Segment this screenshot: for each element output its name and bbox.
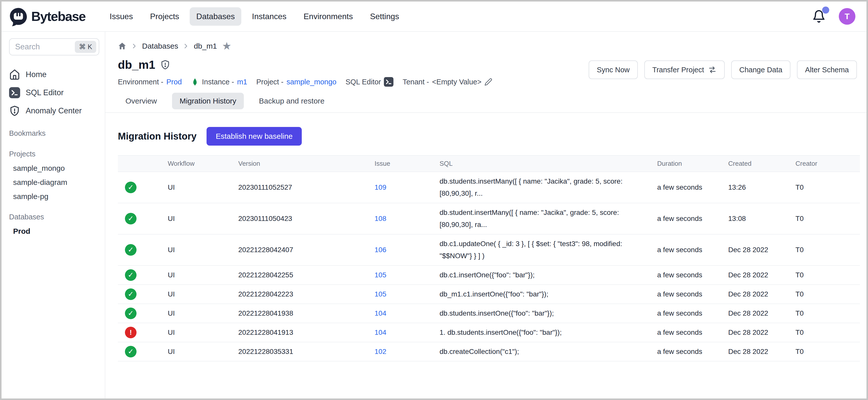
sync-now-button[interactable]: Sync Now xyxy=(589,60,638,79)
issue-link[interactable]: 105 xyxy=(375,271,386,279)
row-sql: db.students.insertMany([ { name: "Jacika… xyxy=(439,172,657,203)
issue-link[interactable]: 106 xyxy=(375,246,386,254)
success-check-icon: ✓ xyxy=(125,308,136,319)
nav-item-environments[interactable]: Environments xyxy=(297,7,360,26)
nav-item-projects[interactable]: Projects xyxy=(144,7,186,26)
tab-divider xyxy=(105,112,867,113)
sidebar-project-sample-mongo[interactable]: sample_mongo xyxy=(9,161,99,175)
row-status-cell: ✓ xyxy=(118,266,168,285)
sidebar-section-projects: Projects xyxy=(9,147,99,161)
breadcrumb-current: db_m1 xyxy=(194,42,217,50)
column-status xyxy=(118,155,168,172)
row-workflow: UI xyxy=(168,172,238,203)
migration-history-heading: Migration History xyxy=(118,131,196,142)
sidebar-project-sample-diagram[interactable]: sample-diagram xyxy=(9,175,99,189)
sidebar-item-sql-editor[interactable]: SQL Editor xyxy=(9,84,99,102)
establish-baseline-button[interactable]: Establish new baseline xyxy=(207,127,302,146)
main-content: Databases db_m1 ★ db_m1 xyxy=(105,32,867,399)
notification-bell-button[interactable] xyxy=(812,9,826,23)
row-duration: a few seconds xyxy=(657,203,728,234)
row-duration: a few seconds xyxy=(657,304,728,323)
migration-table: Workflow Version Issue SQL Duration Crea… xyxy=(118,155,857,362)
row-version: 20221228042223 xyxy=(238,285,375,304)
search-input[interactable]: Search ⌘ K xyxy=(9,38,99,55)
row-sql: db.createCollection("c1"); xyxy=(439,342,657,361)
breadcrumb-databases[interactable]: Databases xyxy=(142,42,178,50)
row-version: 20221228041913 xyxy=(238,323,375,342)
row-created: Dec 28 2022 xyxy=(728,342,796,361)
transfer-project-label: Transfer Project xyxy=(652,66,704,74)
row-workflow: UI xyxy=(168,203,238,234)
row-issue-cell: 108 xyxy=(375,203,439,234)
alter-schema-button[interactable]: Alter Schema xyxy=(797,60,857,79)
issue-link[interactable]: 104 xyxy=(375,329,386,336)
sidebar-item-anomaly-center[interactable]: Anomaly Center xyxy=(9,102,99,120)
row-version: 20221228042407 xyxy=(238,234,375,266)
tab-migration-history[interactable]: Migration History xyxy=(172,93,244,109)
nav-item-settings[interactable]: Settings xyxy=(364,7,406,26)
sidebar-item-home[interactable]: Home xyxy=(9,65,99,84)
meta-sql-editor[interactable]: SQL Editor xyxy=(346,77,394,87)
row-status-cell: ✓ xyxy=(118,203,168,234)
row-status-cell: ✓ xyxy=(118,172,168,203)
top-navigation-bar: Bytebase Issues Projects Databases Insta… xyxy=(1,1,867,32)
table-row: ✓UI20221228042255105db.c1.insertOne({"fo… xyxy=(118,266,860,285)
issue-link[interactable]: 105 xyxy=(375,290,386,298)
terminal-icon xyxy=(384,77,394,87)
issue-link[interactable]: 108 xyxy=(375,215,386,222)
table-header-row: Workflow Version Issue SQL Duration Crea… xyxy=(118,155,860,172)
main-nav: Issues Projects Databases Instances Envi… xyxy=(103,7,406,26)
table-row: ✓UI20221228042407106db.c1.updateOne( { _… xyxy=(118,234,860,266)
column-created: Created xyxy=(728,155,796,172)
meta-environment: Environment - Prod xyxy=(118,78,182,86)
tab-backup-and-restore[interactable]: Backup and restore xyxy=(251,93,332,109)
project-link[interactable]: sample_mongo xyxy=(286,78,336,86)
column-workflow: Workflow xyxy=(168,155,238,172)
row-sql: db.c1.updateOne( { _id: 3 }, [ { $set: {… xyxy=(439,234,657,266)
nav-item-databases[interactable]: Databases xyxy=(190,7,241,26)
row-creator: T0 xyxy=(796,266,860,285)
bytebase-logo[interactable]: Bytebase xyxy=(8,6,85,26)
bookmark-star-icon[interactable]: ★ xyxy=(222,41,231,51)
sidebar-menu: Home SQL Editor Anomaly Center xyxy=(9,65,99,120)
issue-link[interactable]: 109 xyxy=(375,183,386,191)
terminal-icon xyxy=(9,87,20,98)
edit-pencil-icon[interactable] xyxy=(485,78,492,86)
home-icon[interactable] xyxy=(118,42,126,50)
instance-link[interactable]: m1 xyxy=(237,78,247,86)
shield-alert-icon xyxy=(160,60,170,70)
sidebar-project-sample-pg[interactable]: sample-pg xyxy=(9,189,99,204)
transfer-project-button[interactable]: Transfer Project xyxy=(644,60,725,79)
tab-overview[interactable]: Overview xyxy=(118,93,164,109)
home-icon xyxy=(9,69,20,80)
breadcrumb: Databases db_m1 ★ xyxy=(118,41,857,51)
issue-link[interactable]: 102 xyxy=(375,348,386,356)
environment-link[interactable]: Prod xyxy=(166,78,182,86)
row-created: 13:08 xyxy=(728,203,796,234)
nav-item-issues[interactable]: Issues xyxy=(103,7,139,26)
issue-link[interactable]: 104 xyxy=(375,309,386,317)
row-created: Dec 28 2022 xyxy=(728,285,796,304)
row-version: 20221228035331 xyxy=(238,342,375,361)
row-creator: T0 xyxy=(796,342,860,361)
sidebar-database-prod[interactable]: Prod xyxy=(9,224,99,238)
user-avatar[interactable]: T xyxy=(839,8,856,25)
environment-label: Environment - xyxy=(118,78,163,86)
row-workflow: UI xyxy=(168,234,238,266)
row-workflow: UI xyxy=(168,342,238,361)
table-row: ✓UI20221228035331102db.createCollection(… xyxy=(118,342,860,361)
change-data-button[interactable]: Change Data xyxy=(731,60,790,79)
row-status-cell: ✓ xyxy=(118,285,168,304)
sidebar-item-label: Anomaly Center xyxy=(26,106,82,115)
tenant-label: Tenant - xyxy=(403,78,429,86)
column-creator: Creator xyxy=(796,155,860,172)
nav-item-instances[interactable]: Instances xyxy=(245,7,293,26)
migration-history-section: Migration History Establish new baseline… xyxy=(118,127,857,362)
row-duration: a few seconds xyxy=(657,285,728,304)
row-created: Dec 28 2022 xyxy=(728,323,796,342)
row-duration: a few seconds xyxy=(657,234,728,266)
notification-dot xyxy=(822,6,829,13)
row-created: 13:26 xyxy=(728,172,796,203)
action-buttons: Sync Now Transfer Project Change Data Al… xyxy=(589,60,857,79)
table-row: !UI202212280419131041. db.students.inser… xyxy=(118,323,860,342)
